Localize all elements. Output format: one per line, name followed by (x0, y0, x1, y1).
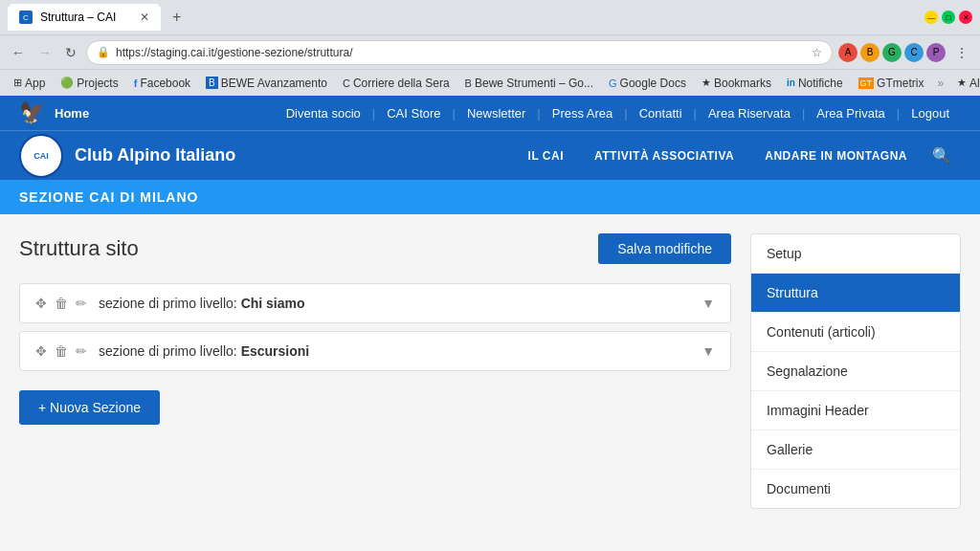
gtmetrix-icon: GT (858, 77, 875, 89)
bookmark-app-label: App (25, 77, 45, 90)
new-tab-button[interactable]: + (167, 7, 187, 28)
nav-press-area[interactable]: Press Area (541, 96, 625, 130)
bookmark-bookmarks-label: Bookmarks (714, 77, 771, 90)
expand-icon-1[interactable]: ▼ (702, 296, 715, 311)
bookmark-corriere[interactable]: C Corriere della Sera (337, 75, 456, 92)
close-button[interactable]: ✕ (959, 11, 972, 24)
nav-logout[interactable]: Logout (900, 96, 961, 130)
main-area: Struttura sito Salva modifiche ✥ 🗑 ✏ sez… (19, 233, 731, 520)
back-button[interactable]: ← (8, 43, 29, 62)
bookmark-bewe2-label: Bewe Strumenti – Go... (475, 77, 593, 90)
tab-title: Struttura – CAI (40, 11, 116, 24)
logo-text: CAI (33, 151, 49, 161)
bookmark-altri-preferiti[interactable]: ★ Altri Preferiti (951, 75, 980, 92)
ext-icon-3[interactable]: G (882, 43, 902, 62)
delete-icon-2[interactable]: 🗑 (55, 343, 68, 359)
header-logo: CAI Club Alpino Italiano (19, 134, 235, 178)
nav-attivita[interactable]: ATTIVITÀ ASSOCIATIVA (579, 131, 749, 181)
sidebar-item-segnalazione[interactable]: Segnalazione (751, 352, 960, 391)
save-button[interactable]: Salva modifiche (598, 233, 731, 264)
site-wrapper: 🦅 Home Diventa socio | CAI Store | Newsl… (0, 96, 980, 540)
page-title: Struttura sito (19, 236, 139, 261)
nav-montagna[interactable]: ANDARE IN MONTAGNA (749, 131, 923, 181)
ext-icon-5[interactable]: P (926, 43, 946, 62)
section-bar: SEZIONE CAI DI MILANO (0, 180, 980, 214)
bookmark-facebook-label: Facebook (140, 77, 190, 90)
nav-newsletter[interactable]: Newsletter (456, 96, 537, 130)
section-item-escursioni: ✥ 🗑 ✏ sezione di primo livello: Escursio… (19, 331, 731, 371)
logo-circle: CAI (19, 134, 63, 178)
edit-icon-1[interactable]: ✏ (76, 296, 87, 311)
bookmark-altri-preferiti-label: Altri Preferiti (969, 77, 980, 90)
maximize-button[interactable]: □ (942, 11, 955, 24)
main-header: CAI Club Alpino Italiano IL CAI ATTIVITÀ… (0, 130, 980, 180)
address-bar-icons: ☆ (812, 46, 822, 59)
ext-icon-1[interactable]: A (838, 43, 858, 62)
nav-area-riservata[interactable]: Area Riservata (697, 96, 802, 130)
right-sidebar: Setup Struttura Contenuti (articoli) Seg… (750, 233, 961, 509)
main-nav: IL CAI ATTIVITÀ ASSOCIATIVA ANDARE IN MO… (513, 131, 961, 181)
section-bar-title: SEZIONE CAI DI MILANO (19, 189, 198, 205)
eagle-icon: 🦅 (19, 100, 45, 125)
move-icon-2[interactable]: ✥ (35, 343, 47, 359)
top-nav-home[interactable]: Home (55, 106, 89, 121)
bookmark-gtmetrix[interactable]: GT GTmetrix (853, 75, 930, 92)
address-bar-row: ← → ↻ 🔒 https://staging.cai.it/gestione-… (0, 34, 980, 69)
site-title: Club Alpino Italiano (75, 145, 235, 165)
nav-cai-store[interactable]: CAI Store (375, 96, 452, 130)
expand-icon-2[interactable]: ▼ (702, 343, 715, 359)
forward-button[interactable]: → (34, 43, 56, 62)
bookmark-app[interactable]: ⊞ App (8, 75, 51, 92)
bookmark-gdocs[interactable]: G Google Docs (603, 75, 692, 92)
lock-icon: 🔒 (97, 46, 110, 58)
bookmark-bookmarks[interactable]: ★ Bookmarks (696, 75, 777, 92)
nav-area-privata[interactable]: Area Privata (805, 96, 897, 130)
bookmark-notifiche[interactable]: in Notifiche (781, 75, 849, 92)
tab-close-button[interactable]: ✕ (140, 11, 149, 24)
sidebar-item-contenuti[interactable]: Contenuti (articoli) (751, 313, 960, 352)
bookmark-bewe2[interactable]: B Bewe Strumenti – Go... (459, 75, 599, 92)
sidebar-item-immagini-header[interactable]: Immagini Header (751, 391, 960, 430)
bookmark-notifiche-label: Notifiche (798, 77, 843, 90)
bookmarks-bar: ⊞ App 🟢 Projects f Facebook B BEWE Avanz… (0, 69, 980, 96)
sections-list: ✥ 🗑 ✏ sezione di primo livello: Chi siam… (19, 283, 731, 371)
sidebar-item-setup[interactable]: Setup (751, 234, 960, 274)
section-item-chi-siamo: ✥ 🗑 ✏ sezione di primo livello: Chi siam… (19, 283, 731, 323)
nav-diventa-socio[interactable]: Diventa socio (275, 96, 372, 130)
top-nav: 🦅 Home Diventa socio | CAI Store | Newsl… (0, 96, 980, 130)
address-bar[interactable]: 🔒 https://staging.cai.it/gestione-sezion… (86, 40, 833, 65)
bewe-icon: B (206, 77, 218, 89)
ext-icon-4[interactable]: C (904, 43, 924, 62)
ext-icon-2[interactable]: B (860, 43, 880, 62)
bookmark-bewe-label: BEWE Avanzamento (221, 77, 327, 90)
facebook-icon: f (134, 77, 138, 89)
minimize-button[interactable]: — (924, 11, 938, 24)
bookmark-bewe[interactable]: B BEWE Avanzamento (200, 75, 333, 92)
browser-tab[interactable]: C Struttura – CAI ✕ (8, 4, 161, 31)
window-controls: — □ ✕ (924, 11, 972, 24)
nav-il-cai[interactable]: IL CAI (513, 131, 579, 181)
new-section-button[interactable]: + Nuova Sezione (19, 390, 160, 425)
section-label-1: sezione di primo livello: Chi siamo (99, 296, 305, 311)
section-action-icons-2: ✥ 🗑 ✏ (35, 343, 87, 359)
nav-contatti[interactable]: Contatti (628, 96, 694, 130)
bookmark-projects[interactable]: 🟢 Projects (55, 75, 123, 92)
search-icon[interactable]: 🔍 (923, 131, 961, 181)
section-action-icons-1: ✥ 🗑 ✏ (35, 296, 87, 311)
reload-button[interactable]: ↻ (61, 43, 80, 62)
move-icon-1[interactable]: ✥ (35, 296, 47, 311)
bookmark-facebook[interactable]: f Facebook (128, 75, 196, 92)
top-nav-links: Diventa socio | CAI Store | Newsletter |… (211, 96, 961, 130)
section-label-2: sezione di primo livello: Escursioni (99, 343, 309, 359)
more-options-button[interactable]: ⋮ (951, 45, 972, 60)
tab-favicon: C (19, 11, 33, 24)
sidebar-item-documenti[interactable]: Documenti (751, 470, 960, 508)
bookmark-star-icon[interactable]: ☆ (812, 46, 822, 59)
sidebar-item-gallerie[interactable]: Gallerie (751, 430, 960, 470)
edit-icon-2[interactable]: ✏ (76, 343, 87, 359)
altri-preferiti-icon: ★ (957, 77, 967, 89)
bookmark-projects-label: Projects (77, 77, 118, 90)
delete-icon-1[interactable]: 🗑 (55, 296, 68, 311)
sidebar-item-struttura[interactable]: Struttura (751, 274, 960, 313)
bookmark-corriere-label: Corriere della Sera (353, 77, 450, 90)
